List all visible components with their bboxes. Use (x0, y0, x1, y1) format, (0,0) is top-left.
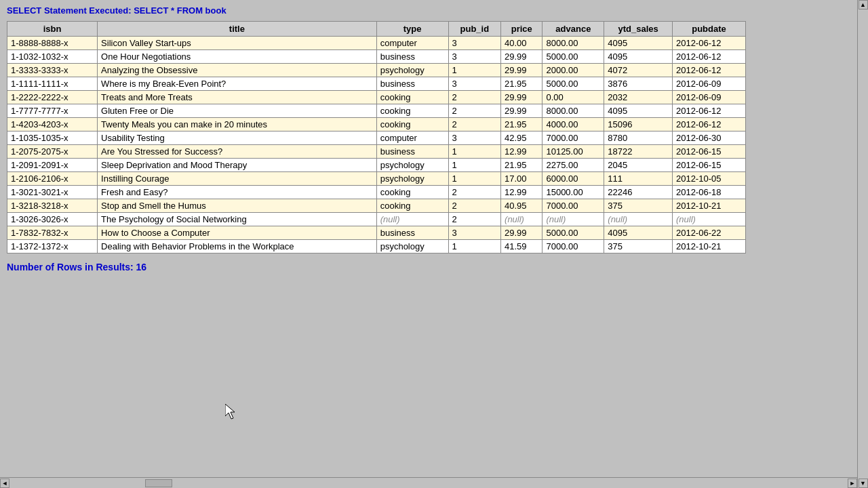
cell-price: 29.99 (501, 50, 542, 64)
cell-type: business (376, 226, 448, 240)
table-row: 1-2091-2091-xSleep Deprivation and Mood … (7, 159, 746, 172)
cell-price: 29.99 (501, 64, 542, 77)
cell-advance: 5000.00 (542, 50, 604, 64)
cell-pub_id: 1 (448, 240, 500, 253)
cell-title: Analyzing the Obsessive (98, 64, 377, 77)
scroll-left-arrow[interactable]: ◄ (0, 479, 9, 488)
cell-type: cooking (376, 104, 448, 118)
scroll-down-arrow[interactable]: ▼ (859, 479, 868, 488)
cell-advance: 5000.00 (542, 77, 604, 91)
cell-type: cooking (376, 91, 448, 104)
cell-isbn: 1-4203-4203-x (7, 118, 98, 131)
cell-pub_id: 3 (448, 131, 500, 145)
col-header-title: title (98, 22, 377, 37)
scroll-track-vertical[interactable] (859, 9, 868, 479)
cell-type: business (376, 145, 448, 159)
table-row: 1-2222-2222-xTreats and More Treatscooki… (7, 91, 746, 104)
cell-type: cooking (376, 118, 448, 131)
cell-pubdate: 2012-06-15 (672, 159, 745, 172)
cell-type: business (376, 50, 448, 64)
sql-query: SELECT * FROM book (134, 5, 226, 16)
cell-title: Usability Testing (98, 131, 377, 145)
cell-isbn: 1-3218-3218-x (7, 199, 98, 213)
cell-ytd_sales: 2032 (604, 91, 673, 104)
cell-isbn: 1-2075-2075-x (7, 145, 98, 159)
table-row: 1-3333-3333-xAnalyzing the Obsessivepsyc… (7, 64, 746, 77)
cell-pub_id: 2 (448, 199, 500, 213)
cell-type: psychology (376, 240, 448, 253)
cell-title: Treats and More Treats (98, 91, 377, 104)
svg-marker-0 (225, 404, 235, 419)
table-row: 1-3218-3218-xStop and Smell the Humuscoo… (7, 199, 746, 213)
cell-advance: 4000.00 (542, 118, 604, 131)
cell-ytd_sales: 18722 (604, 145, 673, 159)
cell-isbn: 1-3026-3026-x (7, 213, 98, 226)
cell-ytd_sales: 3876 (604, 77, 673, 91)
horizontal-scrollbar[interactable]: ◄ ► (0, 477, 857, 488)
cell-pubdate: 2012-06-12 (672, 104, 745, 118)
cell-isbn: 1-7777-7777-x (7, 104, 98, 118)
cell-title: One Hour Negotiations (98, 50, 377, 64)
table-row: 1-7832-7832-xHow to Choose a Computerbus… (7, 226, 746, 240)
scroll-right-arrow[interactable]: ► (848, 479, 857, 488)
cell-price: 42.95 (501, 131, 542, 145)
cell-ytd_sales: 4072 (604, 64, 673, 77)
cell-title: How to Choose a Computer (98, 226, 377, 240)
cell-advance: 8000.00 (542, 37, 604, 50)
col-header-isbn: isbn (7, 22, 98, 37)
cell-pub_id: 1 (448, 145, 500, 159)
cell-isbn: 1-2222-2222-x (7, 91, 98, 104)
table-row: 1-3026-3026-xThe Psychology of Social Ne… (7, 213, 746, 226)
cell-pub_id: 3 (448, 77, 500, 91)
cell-pubdate: 2012-06-30 (672, 131, 745, 145)
cell-advance: 2275.00 (542, 159, 604, 172)
cell-pubdate: (null) (672, 213, 745, 226)
cell-ytd_sales: 2045 (604, 159, 673, 172)
cell-price: 29.99 (501, 104, 542, 118)
cell-type: psychology (376, 64, 448, 77)
cell-advance: 7000.00 (542, 240, 604, 253)
scroll-up-arrow[interactable]: ▲ (859, 0, 868, 9)
cell-ytd_sales: 4095 (604, 37, 673, 50)
table-row: 1-2075-2075-xAre You Stressed for Succes… (7, 145, 746, 159)
sql-statement: SELECT Statement Executed: SELECT * FROM… (7, 5, 848, 16)
scroll-thumb-horizontal[interactable] (145, 479, 172, 487)
cell-pubdate: 2012-06-12 (672, 50, 745, 64)
cell-pub_id: 3 (448, 226, 500, 240)
cell-price: 40.95 (501, 199, 542, 213)
cell-pubdate: 2012-06-09 (672, 91, 745, 104)
cell-price: 21.95 (501, 159, 542, 172)
cell-ytd_sales: 111 (604, 172, 673, 186)
cell-price: 17.00 (501, 172, 542, 186)
table-row: 1-1372-1372-xDealing with Behavior Probl… (7, 240, 746, 253)
cell-type: computer (376, 37, 448, 50)
cell-type: psychology (376, 159, 448, 172)
cell-pub_id: 3 (448, 37, 500, 50)
cell-pubdate: 2012-06-18 (672, 186, 745, 199)
col-header-pubdate: pubdate (672, 22, 745, 37)
table-row: 1-7777-7777-xGluten Free or Diecooking22… (7, 104, 746, 118)
table-row: 1-4203-4203-xTwenty Meals you can make i… (7, 118, 746, 131)
cell-ytd_sales: 4095 (604, 226, 673, 240)
cell-ytd_sales: 15096 (604, 118, 673, 131)
cell-pub_id: 2 (448, 104, 500, 118)
row-count: Number of Rows in Results: 16 (7, 262, 848, 272)
cell-price: 12.99 (501, 186, 542, 199)
scroll-track-horizontal[interactable] (9, 479, 848, 488)
col-header-advance: advance (542, 22, 604, 37)
cell-pubdate: 2012-06-12 (672, 64, 745, 77)
table-row: 1-8888-8888-xSilicon Valley Start-upscom… (7, 37, 746, 50)
cell-ytd_sales: 375 (604, 199, 673, 213)
cell-ytd_sales: 375 (604, 240, 673, 253)
table-row: 1-1035-1035-xUsability Testingcomputer34… (7, 131, 746, 145)
cell-type: computer (376, 131, 448, 145)
vertical-scrollbar[interactable]: ▲ ▼ (857, 0, 868, 488)
col-header-pub_id: pub_id (448, 22, 500, 37)
cell-title: Instilling Courage (98, 172, 377, 186)
cell-price: 21.95 (501, 77, 542, 91)
cell-pub_id: 1 (448, 64, 500, 77)
cell-advance: 15000.00 (542, 186, 604, 199)
table-row: 1-3021-3021-xFresh and Easy?cooking212.9… (7, 186, 746, 199)
cell-advance: 10125.00 (542, 145, 604, 159)
cell-price: 29.99 (501, 91, 542, 104)
